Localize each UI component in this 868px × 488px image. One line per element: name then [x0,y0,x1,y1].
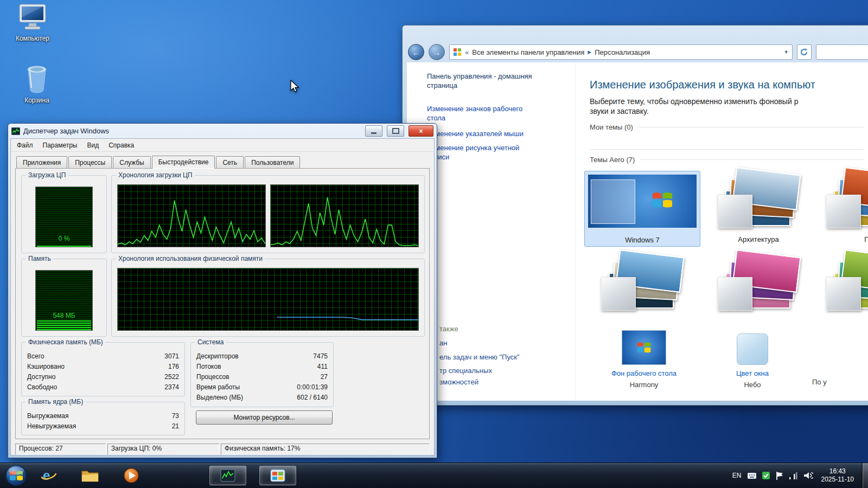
personalization-main: Изменение изображения и звука на компьют… [576,62,868,401]
theme-windows7[interactable]: Windows 7 [584,171,700,247]
stat-value: 176 [168,362,179,372]
taskbar-control-panel-button[interactable] [259,466,296,485]
start-button[interactable] [5,465,27,486]
system-group: Система Дескрипторов7475 Потоков411 Проц… [190,342,334,407]
windows-flag-icon [637,341,651,354]
memory-meter: 548 МБ [35,270,93,331]
input-keyboard-icon[interactable] [748,472,756,479]
breadcrumb-chevron-icon[interactable]: « [465,48,469,56]
svg-text:e: e [43,468,50,483]
sidebar-link-account-picture[interactable]: Изменение рисунка учетной записи [427,144,538,162]
stat-label: Процессов [196,372,229,382]
close-button[interactable]: × [409,125,433,137]
desktop-background-link[interactable]: Фон рабочего стола [590,369,698,377]
taskbar-ie-button[interactable]: e [35,466,63,485]
stat-value: 3071 [164,351,179,362]
personalization-body: Панель управления - домашняя страница Из… [407,62,868,401]
personalization-titlebar[interactable] [403,25,868,42]
page-subtitle-line2: звуки и заставку. [590,107,649,115]
stat-row: Доступно2522 [27,372,179,382]
address-bar[interactable]: « Все элементы панели управления ▶ Персо… [449,44,793,60]
footer-window-color[interactable]: Цвет окна Небо [698,329,807,389]
task-manager-icon [220,469,235,482]
theme-characters[interactable]: П [815,171,868,246]
footer-desktop-background[interactable]: Фон рабочего стола Harmony [590,329,698,389]
menu-help[interactable]: Справка [104,140,139,151]
group-label: Физическая память (МБ) [26,338,105,346]
stat-value: 411 [317,362,328,372]
forward-arrow-icon: → [433,48,441,57]
memory-history-group: Хронология использования физической памя… [111,259,425,337]
update-status-icon[interactable] [762,472,770,479]
menu-file[interactable]: Файл [12,140,38,151]
sidebar-link-desktop-icons[interactable]: Изменение значков рабочего стола [427,105,538,123]
recycle-bin-icon [24,63,49,93]
refresh-button[interactable] [797,44,812,60]
search-input[interactable] [816,44,868,60]
taskbar-explorer-button[interactable] [76,466,104,485]
window-color-link[interactable]: Цвет окна [698,369,807,377]
cpu-usage-group: Загрузка ЦП 0 % [21,175,107,253]
stat-label: Доступно [27,372,55,382]
sidebar-link-taskbar-fragment[interactable]: ель задач и меню "Пуск" [439,353,520,361]
desktop-icon-computer[interactable]: Компьютер [7,3,59,42]
cpu-meter-fill [37,246,91,247]
theme-nature[interactable] [815,253,868,318]
task-manager-app-icon [11,127,20,135]
computer-icon [17,3,48,31]
physical-memory-group: Физическая память (МБ) Всего3071 Кэширов… [21,342,185,396]
theme-landscapes[interactable] [584,253,699,318]
tab-users[interactable]: Пользователи [245,156,300,168]
menu-options[interactable]: Параметры [38,140,82,151]
breadcrumb-item[interactable]: Персонализация [595,48,650,56]
sidebar-link-display-fragment[interactable]: ан [439,339,447,347]
stat-label: Выгружаемая [27,411,68,421]
taskbar-task-manager-button[interactable] [209,466,246,485]
address-dropdown-icon[interactable]: ▼ [784,49,789,55]
group-label: Память ядра (МБ) [26,398,85,406]
section-divider [590,149,864,150]
group-label: Хронология загрузки ЦП [116,171,195,179]
language-indicator[interactable]: EN [732,472,742,479]
tab-applications[interactable]: Приложения [16,156,67,168]
sidebar-link-ease-of-access-fragment[interactable]: тр специальных [439,367,492,375]
forward-button[interactable]: → [429,44,445,60]
memory-group: Память 548 МБ [21,259,107,337]
group-label: Память [26,255,53,262]
taskbar-media-player-button[interactable] [117,466,145,485]
group-label: Загрузка ЦП [26,171,68,179]
back-button[interactable]: ← [408,44,424,60]
task-manager-window: Диспетчер задач Windows × Файл Параметры… [8,123,437,458]
minimize-button[interactable] [365,125,382,137]
show-desktop-button[interactable] [862,463,868,488]
taskbar-clock[interactable]: 16:43 2025-11-10 [821,467,854,484]
maximize-button[interactable] [387,125,404,137]
sidebar-link-ease-of-access-fragment2[interactable]: зможностей [439,378,478,386]
volume-icon[interactable] [804,472,813,479]
menu-view[interactable]: Вид [82,140,104,151]
kernel-memory-rows: Выгружаемая73 Невыгружаемая21 [22,411,184,432]
sidebar-link-mouse-pointers[interactable]: Изменение указателей мыши [427,130,538,139]
sidebar-home-link[interactable]: Панель управления - домашняя страница [427,72,538,91]
network-icon[interactable] [789,472,798,479]
performance-page: Загрузка ЦП 0 % Хронология загрузки ЦП П… [15,168,430,439]
stat-label: Потоков [196,362,221,372]
tab-performance[interactable]: Быстродействие [152,156,215,169]
section-aero-themes: Темы Aero (7) [590,156,864,164]
breadcrumb-item[interactable]: Все элементы панели управления [472,48,584,56]
desktop-icon-recycle-bin[interactable]: Корзина [11,63,63,104]
stat-row: Невыгружаемая21 [27,421,179,432]
theme-architecture[interactable]: Архитектура [707,171,810,246]
action-center-flag-icon[interactable] [776,472,783,480]
refresh-icon [800,48,808,56]
section-aero-label: Темы Aero (7) [590,156,635,164]
theme-flowers[interactable] [707,253,810,318]
tab-services[interactable]: Службы [113,156,150,168]
breadcrumb-separator-icon[interactable]: ▶ [588,49,591,55]
resource-monitor-button[interactable]: Монитор ресурсов... [196,410,333,425]
tab-processes[interactable]: Процессы [68,156,112,168]
section-rule [640,159,864,160]
window-title: Диспетчер задач Windows [23,127,361,135]
tab-networking[interactable]: Сеть [216,156,244,168]
task-manager-titlebar[interactable]: Диспетчер задач Windows × [10,124,435,138]
